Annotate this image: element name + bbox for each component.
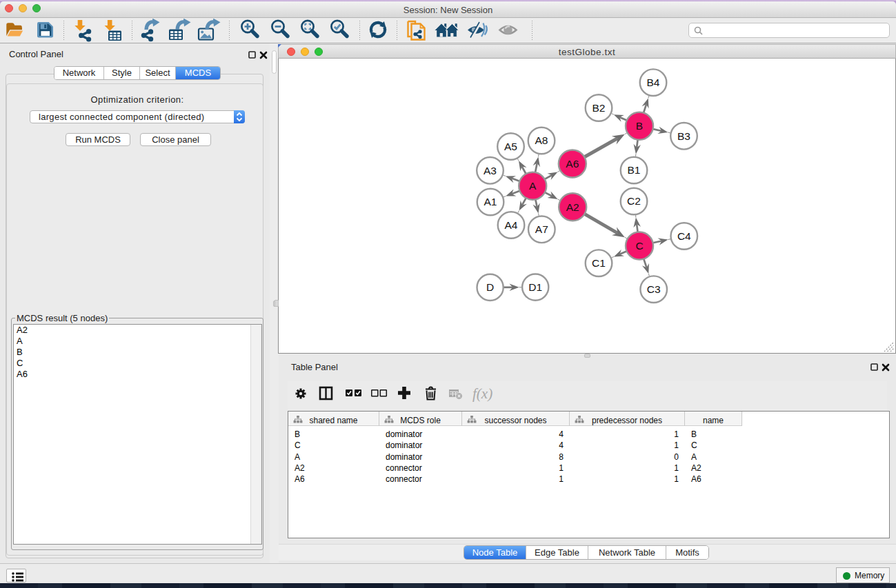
svg-text:A: A [529,180,537,192]
svg-text:A2: A2 [566,201,579,213]
svg-text:B: B [636,120,643,132]
svg-text:A6: A6 [566,158,579,170]
svg-text:A7: A7 [535,223,548,235]
svg-text:C4: C4 [677,230,691,242]
svg-text:C3: C3 [647,283,661,295]
svg-text:B2: B2 [593,102,606,114]
svg-text:B4: B4 [647,77,660,88]
svg-text:A4: A4 [505,219,518,231]
svg-text:A3: A3 [484,165,497,176]
svg-text:B3: B3 [677,130,690,142]
svg-text:C1: C1 [592,257,606,269]
svg-text:C2: C2 [627,195,641,207]
svg-text:D: D [486,281,494,293]
svg-text:A5: A5 [504,141,517,152]
svg-text:A1: A1 [484,196,497,207]
svg-text:B1: B1 [628,164,641,176]
svg-text:C: C [635,240,643,252]
svg-text:D1: D1 [528,281,542,293]
svg-text:f(x): f(x) [472,385,492,402]
svg-text:A8: A8 [535,134,548,146]
